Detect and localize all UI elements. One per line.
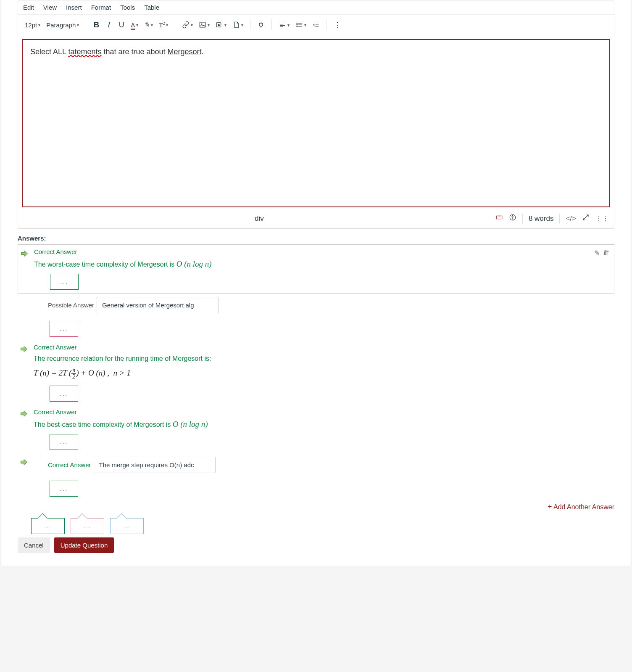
italic-button[interactable]: I <box>103 17 115 32</box>
image-button[interactable]: ▾ <box>196 17 212 32</box>
svg-rect-0 <box>200 22 206 27</box>
correct-comment-box[interactable]: ... <box>31 518 65 534</box>
correct-arrow-icon[interactable] <box>19 409 29 418</box>
link-button[interactable]: ▾ <box>179 17 195 32</box>
menu-format[interactable]: Format <box>91 4 111 11</box>
answer-type-label: Possible Answer <box>48 302 94 309</box>
apps-button[interactable] <box>255 17 267 32</box>
fullscreen-button[interactable] <box>582 214 590 223</box>
bullet-list-icon <box>295 21 303 29</box>
editor-status-bar: div 8 words </> ⋮⋮ <box>18 211 614 228</box>
answer-row: Correct Answer The recurrence relation f… <box>18 340 614 405</box>
editor-toolbar: 12pt▾ Paragraph▾ B I U A▾ ✎▾ T2▾ ▾ ▾ ▾ ▾ <box>18 15 614 35</box>
answer-type-label: Correct Answer <box>48 461 91 468</box>
rich-text-editor: Edit View Insert Format Tools Table 12pt… <box>18 0 614 229</box>
answers-heading: Answers: <box>18 235 614 242</box>
answer-comment-box[interactable]: ... <box>50 481 78 497</box>
add-another-answer[interactable]: + Add Another Answer <box>18 500 614 516</box>
answer-comment-box[interactable]: ... <box>50 434 78 450</box>
answer-row: Correct Answer The worst-case time compl… <box>18 244 614 294</box>
editor-menubar: Edit View Insert Format Tools Table <box>18 0 614 15</box>
delete-answer-icon[interactable]: 🗑 <box>603 249 610 257</box>
menu-insert[interactable]: Insert <box>66 4 82 11</box>
document-button[interactable]: ▾ <box>230 17 246 32</box>
bold-button[interactable]: B <box>90 17 102 32</box>
answer-text[interactable]: The recurrence relation for the running … <box>34 355 611 362</box>
align-icon <box>279 21 286 29</box>
menu-edit[interactable]: Edit <box>23 4 34 11</box>
cancel-button[interactable]: Cancel <box>18 537 50 553</box>
block-format-select[interactable]: Paragraph▾ <box>44 17 82 32</box>
text-color-button[interactable]: A▾ <box>128 17 141 32</box>
element-path[interactable]: div <box>23 214 495 223</box>
answer-text-input[interactable] <box>94 457 216 473</box>
correct-arrow-icon[interactable] <box>20 249 29 258</box>
edit-answer-icon[interactable]: ✎ <box>594 249 600 257</box>
answer-type-label: Correct Answer <box>34 408 611 415</box>
editor-content[interactable]: Select ALL tatements that are true about… <box>22 39 610 207</box>
underline-button[interactable]: U <box>116 17 127 32</box>
svg-point-4 <box>297 24 298 25</box>
a11y-icon[interactable] <box>509 214 516 223</box>
media-button[interactable]: ▾ <box>213 17 229 32</box>
correct-arrow-icon[interactable] <box>19 458 29 467</box>
svg-point-8 <box>512 216 513 217</box>
font-size-select[interactable]: 12pt▾ <box>22 17 43 32</box>
answer-type-label: Correct Answer <box>34 344 611 351</box>
outdent-icon <box>312 21 320 29</box>
svg-rect-6 <box>496 216 502 219</box>
answer-row: Correct Answer ... <box>18 453 614 500</box>
more-button[interactable]: ⋮ <box>331 17 344 32</box>
answer-row: Possible Answer ... <box>18 294 614 340</box>
link-icon <box>182 21 190 29</box>
image-icon <box>199 21 206 29</box>
align-button[interactable]: ▾ <box>276 17 292 32</box>
resize-handle[interactable]: ⋮⋮ <box>595 214 609 222</box>
menu-tools[interactable]: Tools <box>120 4 135 11</box>
menu-table[interactable]: Table <box>144 4 159 11</box>
answer-comment-box[interactable]: ... <box>50 386 78 402</box>
answer-text[interactable]: The best-case time complexity of Mergeso… <box>34 420 611 429</box>
svg-point-5 <box>297 26 298 27</box>
word-count: 8 words <box>529 214 554 223</box>
highlight-button[interactable]: ✎▾ <box>142 17 155 32</box>
superscript-button[interactable]: T2▾ <box>156 17 171 32</box>
answer-type-label: Correct Answer <box>34 248 611 255</box>
incorrect-comment-box[interactable]: ... <box>71 518 104 534</box>
answer-comment-box[interactable]: ... <box>50 274 79 290</box>
media-icon <box>216 21 223 29</box>
plug-icon <box>257 21 265 29</box>
outdent-button[interactable] <box>310 17 322 32</box>
answer-comment-box[interactable]: ... <box>50 321 78 337</box>
menu-view[interactable]: View <box>43 4 57 11</box>
keyboard-icon[interactable] <box>495 214 503 223</box>
neutral-comment-box[interactable]: ... <box>110 518 144 534</box>
answer-row: Correct Answer The best-case time comple… <box>18 405 614 453</box>
list-button[interactable]: ▾ <box>293 17 309 32</box>
question-comment-boxes: ... ... ... <box>31 518 614 534</box>
answer-text-input[interactable] <box>97 297 219 313</box>
correct-arrow-icon[interactable] <box>19 344 29 354</box>
html-view-button[interactable]: </> <box>566 214 576 223</box>
update-question-button[interactable]: Update Question <box>54 537 114 553</box>
answer-text[interactable]: The worst-case time complexity of Merges… <box>34 259 611 269</box>
svg-point-3 <box>297 23 298 24</box>
document-icon <box>232 21 240 29</box>
